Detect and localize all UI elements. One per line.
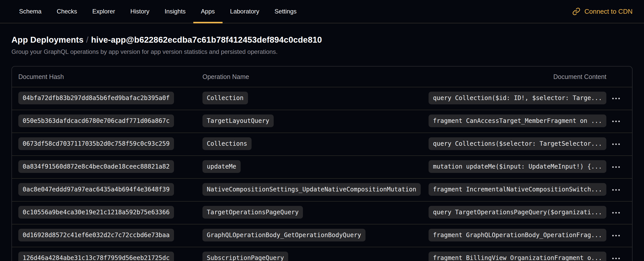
column-header-operation-name: Operation Name (202, 73, 428, 80)
nav-tab-explorer[interactable]: Explorer (85, 0, 123, 23)
operation-name-badge: NativeCompositionSettings_UpdateNativeCo… (202, 183, 421, 196)
operation-name-badge: SubscriptionPageQuery (202, 252, 288, 261)
breadcrumb-current-app: hive-app@b622862ecdba7c61b78f412453def89… (91, 35, 322, 44)
column-header-document-hash: Document Hash (18, 73, 202, 80)
operation-name-badge: Collection (202, 92, 248, 104)
nav-tab-insights[interactable]: Insights (157, 0, 193, 23)
ellipsis-icon[interactable] (610, 209, 622, 216)
document-hash-badge: 0ac8e047eddd97a97eac6435a4b694f4e3648f39 (18, 183, 174, 196)
document-content-preview-badge: fragment BillingView_OrganizationFragmen… (429, 252, 606, 261)
document-hash-badge: 050e5b363dafdcacd6780e706cadf771d06a867c (18, 115, 174, 127)
document-content-preview-badge: query TargetOperationsPageQuery($organiz… (429, 206, 606, 219)
table-row: 126d46a4284abe31c13c78f7959d56eeb21725dc… (12, 247, 632, 261)
nav-tab-apps[interactable]: Apps (193, 0, 223, 23)
link-icon (572, 7, 580, 15)
table-header-row: Document Hash Operation Name Document Co… (12, 67, 632, 87)
ellipsis-icon[interactable] (610, 187, 622, 193)
document-hash-badge: 04bfa72dfb83b297dd8a5b6fed9bafac2b395a0f (18, 92, 174, 104)
operation-name-badge: TargetOperationsPageQuery (202, 206, 303, 219)
table-row: 050e5b363dafdcacd6780e706cadf771d06a867c… (12, 110, 632, 133)
operation-name-badge: GraphQLOperationBody_GetOperationBodyQue… (202, 229, 365, 241)
breadcrumb-separator: / (84, 35, 91, 44)
page-subtitle: Group your GraphQL operations by app ver… (11, 48, 633, 55)
table-row: 04bfa72dfb83b297dd8a5b6fed9bafac2b395a0f… (12, 87, 632, 110)
ellipsis-icon[interactable] (610, 95, 622, 102)
table-row: 0673df58cd7037117035b2d0c758f59c0c93c259… (12, 133, 632, 155)
ellipsis-icon[interactable] (610, 164, 622, 170)
document-hash-badge: 0d16928d8572c41ef6e032d2c7c72ccbd6e73baa (18, 229, 174, 241)
top-nav: Schema Checks Explorer History Insights … (0, 0, 644, 23)
breadcrumb-app-deployments[interactable]: App Deployments (11, 35, 84, 44)
connect-to-cdn-button[interactable]: Connect to CDN (572, 0, 633, 23)
ellipsis-icon[interactable] (610, 118, 622, 125)
document-content-preview-badge: mutation updateMe($input: UpdateMeInput!… (429, 160, 606, 173)
nav-tab-checks[interactable]: Checks (49, 0, 85, 23)
nav-tab-schema[interactable]: Schema (11, 0, 49, 23)
document-content-preview-badge: query Collection($id: ID!, $selector: Ta… (429, 92, 606, 104)
document-hash-badge: 126d46a4284abe31c13c78f7959d56eeb21725dc (18, 252, 174, 261)
document-hash-badge: 0c10556a9be4ca30e19e21c1218a592b75e63366 (18, 206, 174, 219)
page-title: App Deployments/hive-app@b622862ecdba7c6… (11, 35, 633, 45)
document-hash-badge: 0673df58cd7037117035b2d0c758f59c0c93c259 (18, 137, 174, 150)
table-body: 04bfa72dfb83b297dd8a5b6fed9bafac2b395a0f… (12, 87, 632, 261)
document-content-preview-badge: query Collections($selector: TargetSelec… (429, 137, 606, 150)
operation-name-badge: TargetLayoutQuery (202, 115, 274, 127)
document-hash-badge: 0a834f91560d872e8c4bec0ade18ceec88821a82 (18, 160, 174, 173)
nav-tab-settings[interactable]: Settings (267, 0, 304, 23)
nav-tab-history[interactable]: History (123, 0, 157, 23)
document-content-preview-badge: fragment IncrementalNativeCompositionSwi… (429, 183, 606, 196)
operation-name-badge: Collections (202, 137, 252, 150)
deployments-table: Document Hash Operation Name Document Co… (11, 66, 633, 261)
nav-tabs: Schema Checks Explorer History Insights … (11, 0, 304, 23)
operation-name-badge: updateMe (202, 160, 241, 173)
table-row: 0c10556a9be4ca30e19e21c1218a592b75e63366… (12, 201, 632, 224)
ellipsis-icon[interactable] (610, 141, 622, 148)
ellipsis-icon[interactable] (610, 232, 622, 239)
document-content-preview-badge: fragment GraphQLOperationBody_OperationF… (429, 229, 606, 241)
connect-to-cdn-label: Connect to CDN (584, 8, 633, 15)
nav-tab-laboratory[interactable]: Laboratory (223, 0, 267, 23)
table-row: 0ac8e047eddd97a97eac6435a4b694f4e3648f39… (12, 178, 632, 201)
table-row: 0d16928d8572c41ef6e032d2c7c72ccbd6e73baa… (12, 224, 632, 247)
table-row: 0a834f91560d872e8c4bec0ade18ceec88821a82… (12, 155, 632, 178)
document-content-preview-badge: fragment CanAccessTarget_MemberFragment … (429, 115, 606, 127)
ellipsis-icon[interactable] (610, 255, 622, 261)
column-header-document-content: Document Content (428, 73, 606, 80)
app-deployments-page: App Deployments/hive-app@b622862ecdba7c6… (0, 35, 644, 261)
